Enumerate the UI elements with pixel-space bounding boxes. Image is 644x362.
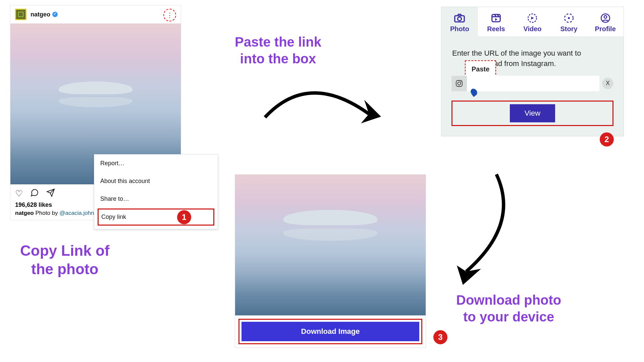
view-button[interactable]: View (510, 104, 555, 122)
caption-step-3: Download photo to your device (456, 292, 561, 325)
landscape-reflection (283, 228, 377, 241)
post-context-menu: Report… About this account Share to… Cop… (94, 154, 218, 229)
downloader-tabs: Photo Reels Video Story Profile (441, 7, 624, 36)
svg-rect-2 (492, 14, 500, 22)
step-badge-3: 3 (433, 330, 447, 344)
svg-point-10 (461, 81, 461, 82)
caption-step-2: Paste the link into the box (235, 34, 321, 67)
tab-photo-label: Photo (450, 25, 469, 33)
caption-text: Photo by (34, 210, 60, 216)
result-image (235, 175, 426, 315)
avatar[interactable] (15, 9, 26, 20)
caption-username[interactable]: natgeo (15, 210, 34, 216)
arrow-1-to-2 (258, 77, 386, 144)
like-icon[interactable]: ♡ (15, 188, 23, 199)
tab-profile[interactable]: Profile (587, 7, 624, 36)
svg-point-1 (458, 17, 462, 20)
menu-item-copy-link[interactable]: Copy link (98, 208, 214, 226)
clear-input-button[interactable]: X (602, 78, 613, 89)
video-icon (527, 13, 538, 23)
post-header: natgeo ⋮ (10, 5, 181, 23)
prompt-line-1: Enter the URL of the image you want to (452, 49, 581, 57)
url-input[interactable] (467, 76, 599, 91)
camera-icon (454, 13, 465, 23)
tab-video[interactable]: Video (514, 7, 551, 36)
prompt-line-2: load from Instagram. (488, 59, 556, 68)
share-icon[interactable] (46, 188, 55, 199)
download-image-button[interactable]: Download Image (241, 322, 419, 341)
step-badge-1: 1 (177, 210, 191, 224)
tab-profile-label: Profile (595, 25, 616, 33)
arrow-2-to-3 (443, 171, 517, 288)
view-button-highlight: View (451, 101, 613, 126)
url-input-row: X (451, 76, 613, 91)
username[interactable]: natgeo (31, 11, 50, 18)
instagram-icon (451, 76, 467, 91)
downloader-panel: Photo Reels Video Story Profile Enter th… (441, 7, 624, 136)
tab-story[interactable]: Story (551, 7, 587, 36)
tab-reels[interactable]: Reels (478, 7, 515, 36)
downloader-prompt: Enter the URL of the image you want to d… (441, 36, 624, 76)
profile-icon (600, 13, 611, 23)
paste-tooltip[interactable]: Paste (465, 60, 496, 78)
landscape-reflection (59, 97, 132, 107)
more-options-button[interactable]: ⋮ (163, 9, 176, 21)
svg-point-5 (568, 17, 570, 19)
tab-story-label: Story (560, 25, 578, 33)
caption-mention[interactable]: @acacia.john (59, 210, 94, 216)
menu-item-about[interactable]: About this account (94, 172, 218, 190)
landscape-island (283, 210, 377, 225)
svg-point-7 (604, 16, 607, 18)
story-icon (563, 13, 575, 23)
tab-video-label: Video (523, 25, 541, 33)
result-panel: Download Image (235, 174, 426, 348)
svg-point-9 (458, 82, 461, 85)
menu-item-share-to[interactable]: Share to… (94, 190, 218, 208)
download-button-highlight: Download Image (238, 319, 422, 344)
comment-icon[interactable] (30, 188, 39, 199)
landscape-island (59, 81, 132, 94)
reels-icon (490, 13, 502, 23)
step-badge-2: 2 (600, 132, 614, 146)
tab-photo[interactable]: Photo (441, 7, 478, 36)
menu-item-report[interactable]: Report… (94, 155, 218, 172)
caption-step-1: Copy Link of the photo (20, 241, 109, 278)
tab-reels-label: Reels (487, 25, 505, 33)
verified-icon (52, 12, 58, 17)
